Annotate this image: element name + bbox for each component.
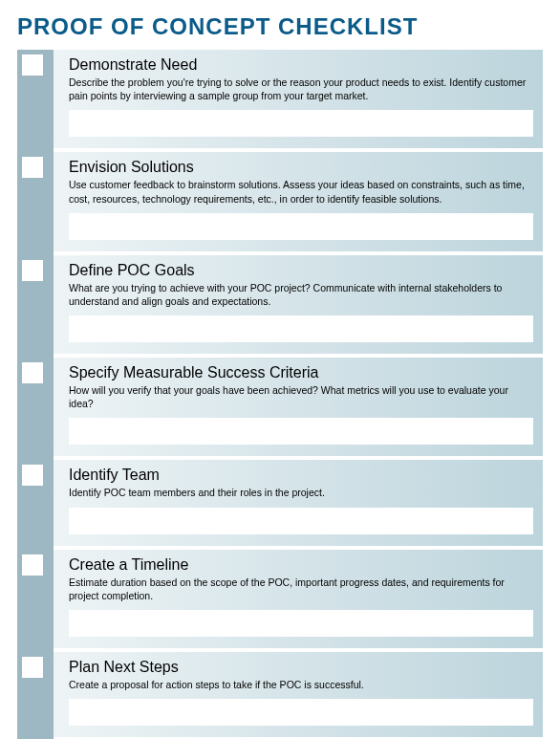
checkbox[interactable] <box>22 54 43 76</box>
item-description: How will you verify that your goals have… <box>69 383 533 410</box>
checkbox[interactable] <box>22 260 43 281</box>
checklist-item: Plan Next Steps Create a proposal for ac… <box>54 652 543 739</box>
item-input[interactable] <box>69 418 533 445</box>
checklist-items: Demonstrate Need Describe the problem yo… <box>54 50 543 739</box>
item-input[interactable] <box>69 110 533 137</box>
checklist-item: Create a Timeline Estimate duration base… <box>54 550 543 652</box>
page-title: PROOF OF CONCEPT CHECKLIST <box>17 13 543 40</box>
checkbox[interactable] <box>22 362 43 383</box>
checkbox[interactable] <box>22 554 43 576</box>
checkbox[interactable] <box>22 157 43 178</box>
item-title: Identify Team <box>69 467 533 484</box>
left-sidebar <box>17 50 54 739</box>
item-description: Describe the problem you're trying to so… <box>69 76 533 102</box>
item-description: Use customer feedback to brainstorm solu… <box>69 178 533 205</box>
item-title: Create a Timeline <box>69 556 533 574</box>
item-title: Define POC Goals <box>69 262 533 279</box>
checkbox[interactable] <box>22 465 43 486</box>
item-input[interactable] <box>69 699 533 726</box>
checklist-body: Demonstrate Need Describe the problem yo… <box>17 50 543 739</box>
item-input[interactable] <box>69 213 533 240</box>
checklist-item: Specify Measurable Success Criteria How … <box>54 358 543 460</box>
checklist-item: Identify Team Identify POC team members … <box>54 460 543 549</box>
item-input[interactable] <box>69 508 533 534</box>
item-title: Plan Next Steps <box>69 659 533 676</box>
checklist-item: Define POC Goals What are you trying to … <box>54 255 543 358</box>
item-title: Envision Solutions <box>69 159 533 176</box>
checkbox[interactable] <box>22 657 43 678</box>
item-title: Specify Measurable Success Criteria <box>69 364 533 381</box>
item-description: Estimate duration based on the scope of … <box>69 576 533 602</box>
item-description: What are you trying to achieve with your… <box>69 281 533 308</box>
item-description: Identify POC team members and their role… <box>69 486 533 499</box>
item-description: Create a proposal for action steps to ta… <box>69 678 533 691</box>
checklist-item: Demonstrate Need Describe the problem yo… <box>54 50 543 152</box>
item-input[interactable] <box>69 610 533 637</box>
item-title: Demonstrate Need <box>69 56 533 74</box>
item-input[interactable] <box>69 315 533 342</box>
checklist-item: Envision Solutions Use customer feedback… <box>54 152 543 254</box>
